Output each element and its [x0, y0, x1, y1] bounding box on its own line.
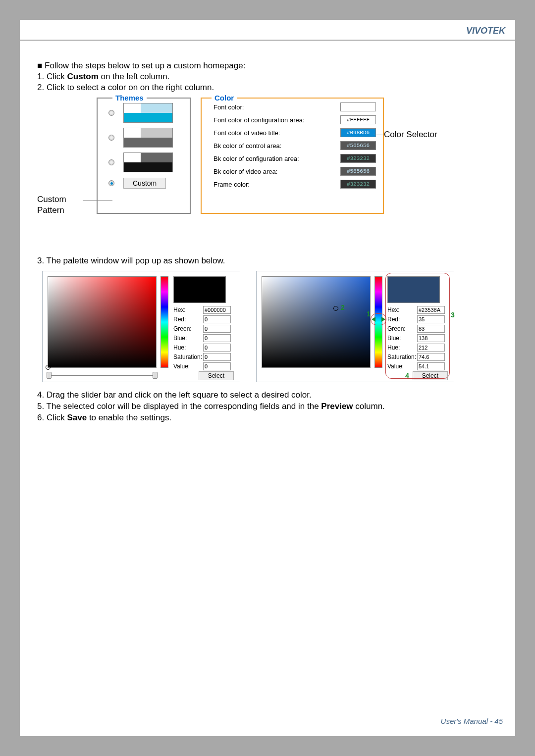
theme-radio-3[interactable]	[108, 159, 114, 165]
intro-line-2: 1. Click Custom on the left column.	[37, 72, 498, 82]
callout-2: 2	[341, 303, 345, 311]
hex-label: Hex:	[173, 306, 203, 313]
fields-a: Hex: Red: Green: Blue: Hue: Saturation: …	[173, 306, 237, 372]
blue-label: Blue:	[173, 335, 203, 342]
color-row-frame: Frame color: #323232	[214, 180, 376, 189]
color-row-config: Font color of configuration area: #FFFFF…	[214, 115, 376, 124]
callout-fields-box	[385, 273, 450, 379]
hue-slider-a[interactable]	[160, 276, 168, 368]
swatch-control-bk[interactable]: #565656	[340, 141, 376, 150]
page: VIVOTEK ■ Follow the steps below to set …	[20, 20, 515, 736]
s6a: 6. Click	[37, 413, 67, 422]
s5b: Preview	[321, 402, 353, 411]
s6b: Save	[67, 413, 87, 422]
header: VIVOTEK	[20, 20, 515, 40]
label-frame: Frame color:	[214, 181, 340, 188]
label-config-bk: Bk color of configuration area:	[214, 155, 340, 162]
themes-fieldset: Themes	[97, 98, 191, 214]
green-input-a[interactable]	[203, 325, 231, 333]
label-font-color: Font color:	[214, 103, 340, 111]
swatch-video-bk[interactable]: #565656	[340, 167, 376, 176]
hue-input-a[interactable]	[203, 344, 231, 352]
custom-pattern-label: Custom Pattern	[37, 194, 66, 216]
sat-label: Saturation:	[173, 353, 203, 360]
green-label: Green:	[173, 325, 203, 332]
palette-a: Hex: Red: Green: Blue: Hue: Saturation: …	[42, 271, 240, 382]
step-4: 4. Drag the slider bar and click on the …	[37, 390, 498, 401]
val-label: Value:	[173, 363, 203, 370]
color-legend: Color	[212, 94, 237, 102]
label-videotitle: Font color of video title:	[214, 129, 340, 137]
label-config-font: Font color of configuration area:	[214, 116, 340, 124]
swatch-font-color[interactable]	[340, 102, 376, 111]
intro-2a: 1. Click	[37, 72, 67, 81]
step-5: 5. The selected color will be displayed …	[37, 401, 498, 412]
theme-preview-1	[123, 103, 173, 123]
step-6: 6. Click Save to enable the settings.	[37, 412, 498, 424]
label-video-bk: Bk color of video area:	[214, 168, 340, 175]
hue-label: Hue:	[173, 344, 203, 351]
callout-1: 1	[367, 310, 371, 318]
saturation-area-a[interactable]	[48, 276, 157, 368]
swatch-config-font[interactable]: #FFFFFF	[340, 115, 376, 124]
bottom-slider-a[interactable]	[48, 372, 157, 379]
color-row-config-bk: Bk color of configuration area: #323232	[214, 154, 376, 163]
themes-color-diagram: Custom Pattern Themes	[37, 98, 498, 226]
swatch-videotitle[interactable]: #098BD6	[340, 128, 376, 137]
color-row-video-bk: Bk color of video area: #565656	[214, 167, 376, 176]
step-3-text: 3. The palette window will pop up as sho…	[37, 256, 498, 266]
color-fieldset: Color Font color: Font color of configur…	[201, 98, 384, 214]
saturation-area-b[interactable]	[262, 276, 371, 368]
picker-marker-b	[333, 306, 338, 311]
blue-input-a[interactable]	[203, 334, 231, 342]
preview-chip-a	[173, 276, 226, 303]
theme-row-3[interactable]	[103, 152, 185, 173]
palette-b: Hex: Red: Green: Blue: Hue: Saturation: …	[256, 271, 454, 382]
label-control-bk: Bk color of control area:	[214, 142, 340, 150]
red-label: Red:	[173, 316, 203, 323]
theme-row-1[interactable]	[103, 102, 185, 123]
color-row-control-bk: Bk color of control area: #565656	[214, 141, 376, 150]
palette-row: Hex: Red: Green: Blue: Hue: Saturation: …	[42, 271, 498, 382]
themes-legend: Themes	[112, 94, 147, 102]
color-row-videotitle: Font color of video title: #098BD6	[214, 128, 376, 137]
theme-radio-2[interactable]	[108, 135, 114, 141]
arrow-hue-right	[381, 317, 385, 322]
footer-text: User's Manual - 45	[441, 717, 503, 725]
swatch-frame[interactable]: #323232	[340, 180, 376, 189]
callout-3: 3	[451, 311, 455, 319]
custom-button[interactable]: Custom	[123, 178, 166, 189]
theme-preview-2	[123, 128, 173, 148]
picker-marker-a	[46, 365, 51, 370]
red-input-a[interactable]	[203, 315, 231, 323]
intro-2b: Custom	[67, 72, 98, 81]
val-input-a[interactable]	[203, 362, 231, 370]
color-row-font: Font color:	[214, 102, 376, 111]
content-area: ■ Follow the steps below to set up a cus…	[20, 41, 515, 424]
s5c: column.	[353, 402, 385, 411]
steps-456: 4. Drag the slider bar and click on the …	[37, 390, 498, 424]
theme-row-2[interactable]	[103, 127, 185, 148]
s5a: 5. The selected color will be displayed …	[37, 402, 321, 411]
color-selector-label: Color Selector	[384, 130, 437, 140]
theme-row-custom: Custom	[103, 178, 185, 189]
sat-input-a[interactable]	[203, 353, 231, 361]
intro-line-1: ■ Follow the steps below to set up a cus…	[37, 61, 498, 71]
theme-preview-3	[123, 152, 173, 172]
theme-radio-custom[interactable]	[108, 180, 114, 186]
intro-line-3: 2. Click to select a color on on the rig…	[37, 83, 498, 93]
intro-2c: on the left column.	[99, 72, 170, 81]
brand-text: VIVOTEK	[466, 26, 505, 36]
hex-input-a[interactable]	[203, 306, 231, 314]
swatch-config-bk[interactable]: #323232	[340, 154, 376, 163]
callout-4: 4	[405, 372, 409, 380]
s6c: to enable the settings.	[87, 413, 171, 422]
arrow-hue-left	[372, 317, 375, 322]
select-button-a[interactable]: Select	[199, 371, 234, 380]
theme-radio-1[interactable]	[108, 110, 114, 116]
